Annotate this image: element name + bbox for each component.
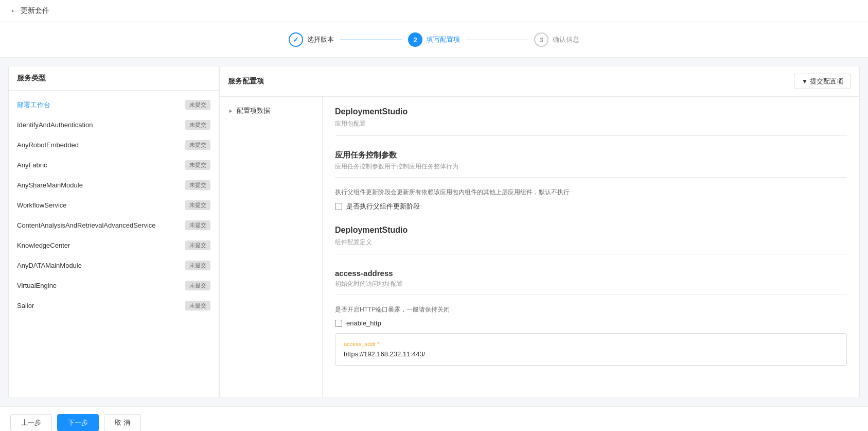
section-divider-2 [335,177,847,178]
service-badge-9: 未提交 [185,281,210,290]
config-tree-item-0[interactable]: ► 配置项数据 [220,101,322,120]
access-addr-label: access_addr * [344,341,838,347]
service-item-6[interactable]: ContentAnalysisAndRetrievalAdvancedServi… [9,215,219,235]
main-content: 服务类型 部署工作台未提交IdentifyAndAuthentication未提… [0,58,868,406]
back-label: 更新套件 [21,6,49,15]
section-title-1: DeploymentStudio [335,107,847,116]
step-line-1 [340,40,402,40]
http-note: 是否开启HTTP端口暴露，一般请保持关闭 [335,305,847,314]
service-name-7: KnowledgeCenter [17,242,70,249]
config-tree: ► 配置项数据 [220,97,323,398]
service-badge-5: 未提交 [185,200,210,210]
config-detail: DeploymentStudio 应用包配置 应用任务控制参数 应用任务控制参数… [323,97,859,398]
parent-update-label: 是否执行父组件更新阶段 [346,202,420,211]
enable-http-checkbox[interactable] [335,320,342,327]
step-2-number: 2 [413,36,417,44]
config-tree-label: 配置项数据 [237,106,270,115]
service-name-8: AnyDATAMainModule [17,262,82,269]
parent-update-row: 是否执行父组件更新阶段 [335,202,847,211]
step-2-label: 填写配置项 [427,35,460,44]
right-panel-title: 服务配置项 [228,77,264,86]
right-panel: 服务配置项 ▼ 提交配置项 ► 配置项数据 DeploymentStudio 应 [219,66,860,398]
service-item-9[interactable]: VirtualEngine未提交 [9,275,219,296]
parent-update-checkbox[interactable] [335,203,342,210]
service-list: 部署工作台未提交IdentifyAndAuthentication未提交AnyR… [9,91,219,398]
step-2: 2 填写配置项 [408,32,460,47]
access-address-desc: 初始化时的访问地址配置 [335,280,847,288]
service-item-2[interactable]: AnyRobotEmbedded未提交 [9,135,219,155]
service-name-1: IdentifyAndAuthentication [17,121,93,129]
service-badge-4: 未提交 [185,180,210,190]
next-button[interactable]: 下一步 [57,414,99,431]
service-badge-10: 未提交 [185,301,210,311]
service-item-10[interactable]: Sailor未提交 [9,296,219,316]
back-arrow-icon: ← [10,6,19,15]
service-item-5[interactable]: WorkflowService未提交 [9,195,219,215]
section-subtitle-3: 组件配置定义 [335,238,847,247]
enable-http-row: enable_http [335,319,847,327]
footer: 上一步 下一步 取 消 [0,406,868,431]
step-3-label: 确认信息 [553,35,579,44]
service-name-6: ContentAnalysisAndRetrievalAdvancedServi… [17,221,156,229]
cancel-button[interactable]: 取 消 [104,414,141,431]
step-line-2 [466,40,528,40]
steps-bar: ✓ 选择版本 2 填写配置项 3 确认信息 [0,22,868,58]
service-item-1[interactable]: IdentifyAndAuthentication未提交 [9,115,219,135]
step-1-label: 选择版本 [307,35,334,44]
service-name-0: 部署工作台 [17,100,50,110]
section-deployment-studio-2: DeploymentStudio 组件配置定义 [335,226,847,254]
service-item-0[interactable]: 部署工作台未提交 [9,95,219,115]
required-marker: * [377,341,379,347]
enable-http-label: enable_http [346,319,381,327]
service-badge-8: 未提交 [185,261,210,270]
step-3-circle: 3 [534,32,548,47]
service-name-2: AnyRobotEmbedded [17,141,79,149]
submit-button-label: 提交配置项 [810,77,843,86]
service-badge-0: 未提交 [185,100,210,110]
step-1-checkmark: ✓ [293,36,299,44]
service-item-3[interactable]: AnyFabric未提交 [9,155,219,175]
back-button[interactable]: ← 更新套件 [10,6,49,15]
service-badge-7: 未提交 [185,240,210,250]
filter-icon: ▼ [802,78,808,85]
section-subtitle-1: 应用包配置 [335,119,847,128]
left-panel: 服务类型 部署工作台未提交IdentifyAndAuthentication未提… [8,66,219,398]
step-1: ✓ 选择版本 [289,32,334,47]
access-addr-label-text: access_addr [344,341,377,347]
section-divider-3 [335,254,847,254]
service-badge-6: 未提交 [185,220,210,230]
service-badge-2: 未提交 [185,140,210,150]
access-addr-field-group: access_addr * [335,333,847,366]
section-title-3: DeploymentStudio [335,226,847,235]
section-divider-1 [335,135,847,136]
service-item-8[interactable]: AnyDATAMainModule未提交 [9,255,219,275]
header: ← 更新套件 [0,0,868,22]
submit-config-button[interactable]: ▼ 提交配置项 [794,74,851,89]
section-deployment-studio-1: DeploymentStudio 应用包配置 [335,107,847,136]
tree-arrow-icon: ► [228,108,234,114]
service-name-9: VirtualEngine [17,282,57,289]
section-access-address: access-address 初始化时的访问地址配置 是否开启HTTP端口暴露，… [335,269,847,366]
section-divider-4 [335,295,847,295]
access-addr-input[interactable] [344,350,838,358]
step-3-number: 3 [539,36,543,44]
task-control-note: 执行父组件更新阶段会更新所有依赖该应用包内组件的其他上层应用组件，默认不执行 [335,188,847,197]
service-name-10: Sailor [17,302,34,309]
right-content: ► 配置项数据 DeploymentStudio 应用包配置 应用任务控制参数 … [220,97,859,398]
service-name-3: AnyFabric [17,161,47,169]
task-control-desc: 应用任务控制参数用于控制应用任务整体行为 [335,162,847,171]
service-item-4[interactable]: AnyShareMainModule未提交 [9,175,219,195]
service-badge-3: 未提交 [185,160,210,170]
service-name-4: AnyShareMainModule [17,181,83,189]
service-item-7[interactable]: KnowledgeCenter未提交 [9,235,219,255]
prev-button[interactable]: 上一步 [10,414,52,431]
task-control-title: 应用任务控制参数 [335,150,847,160]
step-2-circle: 2 [408,32,422,47]
service-badge-1: 未提交 [185,120,210,130]
access-address-title: access-address [335,269,847,278]
right-panel-header: 服务配置项 ▼ 提交配置项 [220,66,859,97]
left-panel-title: 服务类型 [9,66,219,91]
step-1-circle: ✓ [289,32,303,47]
service-name-5: WorkflowService [17,201,67,209]
step-3: 3 确认信息 [534,32,579,47]
